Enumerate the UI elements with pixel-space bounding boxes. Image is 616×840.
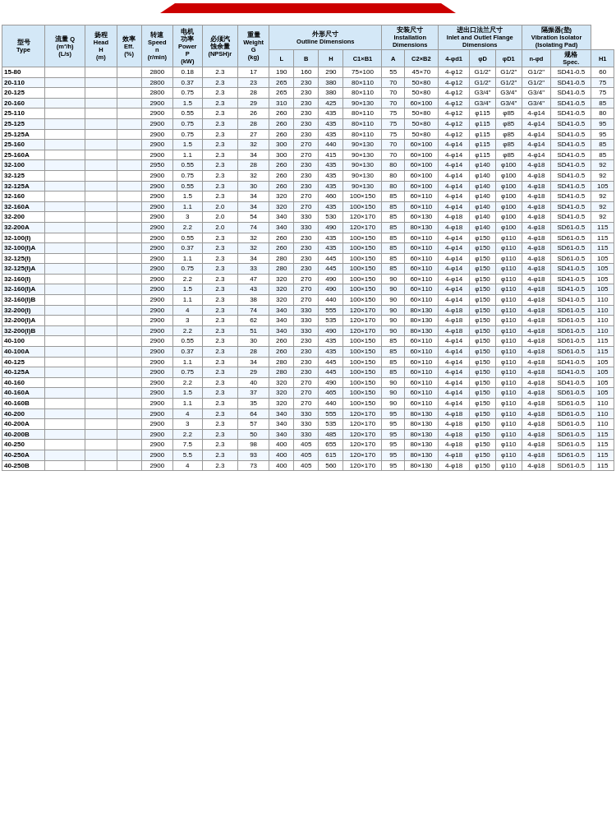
table-cell: 4-φ18 <box>522 284 551 295</box>
table-cell: φ150 <box>470 347 496 358</box>
table-cell: 60×110 <box>404 367 438 378</box>
table-cell <box>85 212 117 223</box>
table-cell: 115 <box>591 460 614 471</box>
table-cell: 50×80 <box>404 118 438 129</box>
table-cell: 34 <box>238 253 269 264</box>
table-cell: 340 <box>269 212 294 223</box>
table-cell: 4-φ18 <box>522 325 551 336</box>
table-cell: 2.3 <box>202 160 237 171</box>
table-cell <box>45 347 85 358</box>
table-cell: 50×80 <box>404 108 438 119</box>
table-cell: 120×170 <box>343 440 382 450</box>
table-row: 20-11028000.372.32326523038080×1107050×8… <box>2 77 614 88</box>
table-cell: φ110 <box>495 408 522 419</box>
table-cell: 90 <box>382 274 404 284</box>
table-cell <box>45 181 85 192</box>
table-cell: 230 <box>294 347 319 358</box>
table-cell: 80×110 <box>343 118 382 129</box>
table-cell: 4-φ14 <box>522 150 551 160</box>
table-cell: 2.3 <box>202 150 237 160</box>
table-cell: 320 <box>269 201 294 212</box>
table-cell <box>85 253 117 264</box>
table-cell: 2.3 <box>202 129 237 140</box>
table-cell: 2900 <box>141 274 172 284</box>
table-cell <box>117 274 141 284</box>
table-cell <box>45 222 85 233</box>
table-cell <box>45 399 85 409</box>
table-cell: 60×100 <box>404 150 438 160</box>
table-cell: 100×150 <box>343 192 382 202</box>
table-cell: 330 <box>294 325 319 336</box>
table-cell: 445 <box>319 253 343 264</box>
table-cell: 2900 <box>141 440 172 450</box>
table-cell <box>85 440 117 450</box>
table-cell <box>117 77 141 88</box>
table-cell: 85 <box>382 336 404 347</box>
table-cell: φ110 <box>495 264 522 275</box>
table-cell <box>117 253 141 264</box>
table-cell: SD41-0.5 <box>551 264 591 275</box>
table-cell: 0.55 <box>172 336 202 347</box>
table-cell: 92 <box>591 212 614 223</box>
table-cell: 435 <box>319 347 343 358</box>
table-cell: 110 <box>591 325 614 336</box>
table-cell <box>117 460 141 471</box>
table-cell: φ85 <box>495 129 522 140</box>
table-cell: 4-φ18 <box>522 316 551 326</box>
table-cell: 4-φ18 <box>522 440 551 450</box>
table-cell <box>85 160 117 171</box>
table-cell: 230 <box>294 367 319 378</box>
table-cell: 50 <box>238 429 269 440</box>
table-cell <box>117 357 141 367</box>
table-cell: 320 <box>269 399 294 409</box>
table-row: 40-200290042.364340330555120×1709580×130… <box>2 408 614 419</box>
table-cell <box>45 440 85 450</box>
table-cell: 54 <box>238 212 269 223</box>
table-cell: 60×110 <box>404 377 438 388</box>
table-cell <box>117 377 141 388</box>
table-cell: 340 <box>269 419 294 430</box>
table-cell: 70 <box>382 88 404 99</box>
table-row: 32-160(I)B29001.12.338320270440100×15090… <box>2 295 614 306</box>
table-cell: 2.2 <box>172 325 202 336</box>
table-cell: 85 <box>382 367 404 378</box>
table-cell: SD61-0.5 <box>551 243 591 254</box>
table-cell <box>117 316 141 326</box>
table-row: 25-160A29001.12.33430027041590×1307060×1… <box>2 150 614 160</box>
table-cell: 2900 <box>141 284 172 295</box>
table-cell <box>117 419 141 430</box>
table-cell: φ85 <box>495 108 522 119</box>
table-cell: 310 <box>269 98 294 108</box>
table-cell: 300 <box>269 140 294 150</box>
table-cell: 2900 <box>141 295 172 306</box>
table-cell <box>85 222 117 233</box>
table-cell <box>45 88 85 99</box>
table-cell: φ150 <box>470 336 496 347</box>
table-cell: 50×80 <box>404 88 438 99</box>
table-cell: G1/2" <box>470 77 496 88</box>
table-cell: 435 <box>319 201 343 212</box>
table-cell: 32-200(I)A <box>2 316 45 326</box>
table-cell: 230 <box>294 118 319 129</box>
table-cell: 615 <box>319 450 343 460</box>
table-cell: G1/2" <box>522 67 551 78</box>
table-row: 32-160A29001.12.034320270435100×1508560×… <box>2 201 614 212</box>
table-cell <box>85 150 117 160</box>
table-cell: 100×150 <box>343 264 382 275</box>
table-cell: 2900 <box>141 408 172 419</box>
table-cell: 85 <box>382 233 404 243</box>
table-cell: 115 <box>591 222 614 233</box>
table-cell: 75 <box>382 129 404 140</box>
table-cell: 95 <box>382 460 404 471</box>
table-cell: 80×130 <box>404 419 438 430</box>
table-cell: 120×170 <box>343 305 382 316</box>
table-cell: 4-φ18 <box>522 212 551 223</box>
table-cell: 260 <box>269 243 294 254</box>
table-cell: φ150 <box>470 316 496 326</box>
table-cell <box>117 367 141 378</box>
table-cell: 57 <box>238 419 269 430</box>
table-cell: 330 <box>294 316 319 326</box>
table-cell: 490 <box>319 274 343 284</box>
table-cell: 60×110 <box>404 388 438 399</box>
table-cell: 2.3 <box>202 284 237 295</box>
